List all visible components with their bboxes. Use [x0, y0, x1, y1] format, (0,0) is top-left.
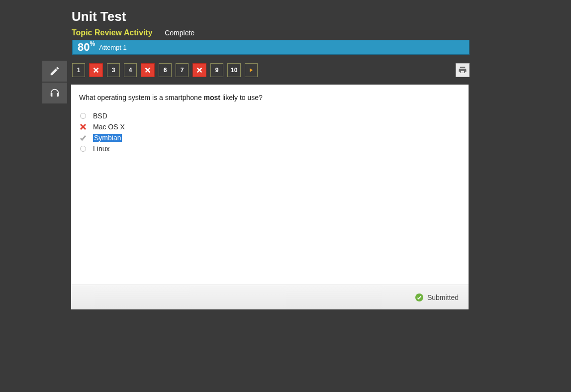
question-nav-3[interactable]: 3	[107, 63, 120, 77]
question-nav-2[interactable]	[89, 63, 103, 77]
next-button[interactable]	[245, 63, 258, 77]
pencil-icon	[49, 66, 60, 77]
options-list: BSDMac OS XSymbianLinux	[79, 110, 461, 154]
footer-status: Submitted	[427, 294, 459, 301]
option-row[interactable]: Mac OS X	[79, 121, 461, 132]
x-icon	[79, 123, 87, 131]
question-nav: 13467910	[72, 63, 470, 77]
option-label: Symbian	[93, 134, 122, 142]
option-label: BSD	[93, 112, 107, 120]
question-nav-10[interactable]: 10	[227, 63, 241, 77]
option-label: Mac OS X	[93, 123, 125, 131]
question-panel: What operating system is a smartphone mo…	[71, 85, 469, 309]
activity-status: Complete	[165, 29, 194, 37]
option-row[interactable]: Symbian	[79, 132, 461, 143]
question-nav-9[interactable]: 9	[210, 63, 223, 77]
radio-empty-icon	[79, 145, 87, 153]
option-row[interactable]: Linux	[79, 143, 461, 154]
x-icon	[196, 67, 203, 74]
option-label: Linux	[93, 145, 109, 153]
question-nav-4[interactable]: 4	[124, 63, 137, 77]
question-nav-6[interactable]: 6	[159, 63, 172, 77]
play-icon	[249, 68, 254, 73]
question-nav-8[interactable]	[192, 63, 206, 77]
question-nav-7[interactable]: 7	[176, 63, 189, 77]
edit-tool-button[interactable]	[42, 61, 67, 82]
x-icon	[93, 67, 99, 74]
question-nav-1[interactable]: 1	[72, 63, 85, 77]
score-value: 80%	[78, 41, 95, 54]
score-bar: 80% Attempt 1	[72, 40, 470, 55]
question-nav-5[interactable]	[141, 63, 155, 77]
question-text: What operating system is a smartphone mo…	[79, 94, 461, 101]
attempt-label: Attempt 1	[99, 44, 127, 51]
audio-tool-button[interactable]	[42, 83, 67, 103]
status-footer: Submitted	[71, 285, 469, 309]
x-icon	[144, 67, 151, 74]
option-row[interactable]: BSD	[79, 110, 461, 121]
print-icon	[458, 66, 467, 75]
print-button[interactable]	[456, 63, 470, 77]
check-icon	[79, 134, 87, 142]
check-circle-icon	[415, 294, 423, 301]
page-title: Unit Test	[72, 9, 194, 24]
headphones-icon	[49, 88, 60, 98]
activity-label: Topic Review Activity	[72, 28, 153, 37]
radio-empty-icon	[79, 112, 87, 120]
